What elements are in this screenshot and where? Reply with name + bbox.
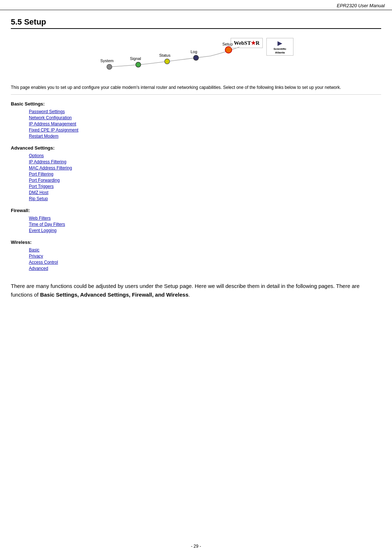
options-link[interactable]: Options (29, 153, 44, 158)
mac-address-filtering-link[interactable]: MAC Address Filtering (29, 165, 72, 171)
ip-address-management-link[interactable]: IP Address Management (29, 121, 76, 126)
list-item[interactable]: Restart Modem (29, 133, 381, 139)
list-item[interactable]: Network Configuration (29, 115, 381, 120)
list-item[interactable]: Options (29, 153, 381, 158)
basic-link[interactable]: Basic (29, 247, 39, 253)
event-logging-link[interactable]: Event Logging (29, 228, 57, 233)
basic-settings-section: Basic Settings: Password Settings Networ… (11, 101, 381, 139)
firewall-heading: Firewall: (11, 208, 381, 213)
list-item[interactable]: Port Filtering (29, 171, 381, 177)
svg-text:Log: Log (191, 49, 197, 54)
basic-settings-links: Password Settings Network Configuration … (11, 109, 381, 139)
dmz-host-link[interactable]: DMZ Host (29, 190, 48, 195)
list-item[interactable]: IP Address Filtering (29, 159, 381, 164)
list-item[interactable]: Rip Setup (29, 196, 381, 201)
list-item[interactable]: Port Forwarding (29, 177, 381, 183)
page-description: This page enables you to set up and conf… (11, 84, 381, 95)
page-header: EPR2320 User Manual (0, 0, 392, 10)
advanced-settings-heading: Advanced Settings: (11, 145, 381, 151)
restart-modem-link[interactable]: Restart Modem (29, 134, 58, 139)
firewall-section: Firewall: Web Filters Time of Day Filter… (11, 208, 381, 233)
advanced-link[interactable]: Advanced (29, 266, 48, 271)
list-item[interactable]: Web Filters (29, 215, 381, 221)
list-item[interactable]: Time of Day Filters (29, 221, 381, 227)
list-item[interactable]: Access Control (29, 259, 381, 265)
nav-diagram-area: System Signal Status Log Setup WebST★R ►… (11, 36, 381, 77)
list-item[interactable]: DMZ Host (29, 190, 381, 195)
access-control-link[interactable]: Access Control (29, 260, 58, 265)
list-item[interactable]: IP Address Management (29, 121, 381, 126)
wireless-section: Wireless: Basic Privacy Access Control A… (11, 240, 381, 271)
port-forwarding-link[interactable]: Port Forwarding (29, 178, 60, 183)
svg-point-3 (193, 55, 199, 60)
page-number: - 29 - (191, 544, 201, 549)
svg-point-0 (107, 64, 112, 69)
network-configuration-link[interactable]: Network Configuration (29, 115, 72, 120)
closing-text-end: . (188, 292, 190, 298)
advanced-settings-links: Options IP Address Filtering MAC Address… (11, 153, 381, 201)
basic-settings-heading: Basic Settings: (11, 101, 381, 107)
time-of-day-filters-link[interactable]: Time of Day Filters (29, 222, 65, 227)
privacy-link[interactable]: Privacy (29, 254, 43, 259)
svg-text:Status: Status (159, 53, 171, 57)
list-item[interactable]: Fixed CPE IP Assignment (29, 127, 381, 133)
list-item[interactable]: Basic (29, 247, 381, 253)
port-filtering-link[interactable]: Port Filtering (29, 172, 53, 177)
wireless-heading: Wireless: (11, 240, 381, 245)
svg-point-2 (165, 59, 170, 64)
advanced-settings-section: Advanced Settings: Options IP Address Fi… (11, 145, 381, 201)
scientific-atlanta-logo: ► ScientificAtlanta (266, 38, 293, 56)
list-item[interactable]: Event Logging (29, 228, 381, 233)
page-footer: - 29 - (0, 544, 392, 549)
svg-text:Signal: Signal (130, 56, 141, 61)
rip-setup-link[interactable]: Rip Setup (29, 196, 48, 201)
port-triggers-link[interactable]: Port Triggers (29, 184, 54, 189)
svg-point-1 (136, 62, 141, 67)
list-item[interactable]: Advanced (29, 266, 381, 271)
web-filters-link[interactable]: Web Filters (29, 216, 51, 221)
page-title: 5.5 Setup (11, 17, 381, 29)
header-title: EPR2320 User Manual (337, 3, 385, 8)
list-item[interactable]: MAC Address Filtering (29, 165, 381, 171)
wireless-links: Basic Privacy Access Control Advanced (11, 247, 381, 271)
closing-paragraph: There are many functions could be adjust… (11, 282, 381, 299)
fixed-cpe-ip-assignment-link[interactable]: Fixed CPE IP Assignment (29, 128, 78, 133)
firewall-links: Web Filters Time of Day Filters Event Lo… (11, 215, 381, 233)
ip-address-filtering-link[interactable]: IP Address Filtering (29, 159, 66, 164)
closing-text-bold: Basic Settings, Advanced Settings, Firew… (40, 292, 188, 298)
password-settings-link[interactable]: Password Settings (29, 109, 65, 114)
webstar-logo: WebST★R (231, 38, 263, 48)
svg-text:System: System (100, 59, 114, 63)
list-item[interactable]: Password Settings (29, 109, 381, 114)
list-item[interactable]: Privacy (29, 253, 381, 259)
list-item[interactable]: Port Triggers (29, 184, 381, 189)
